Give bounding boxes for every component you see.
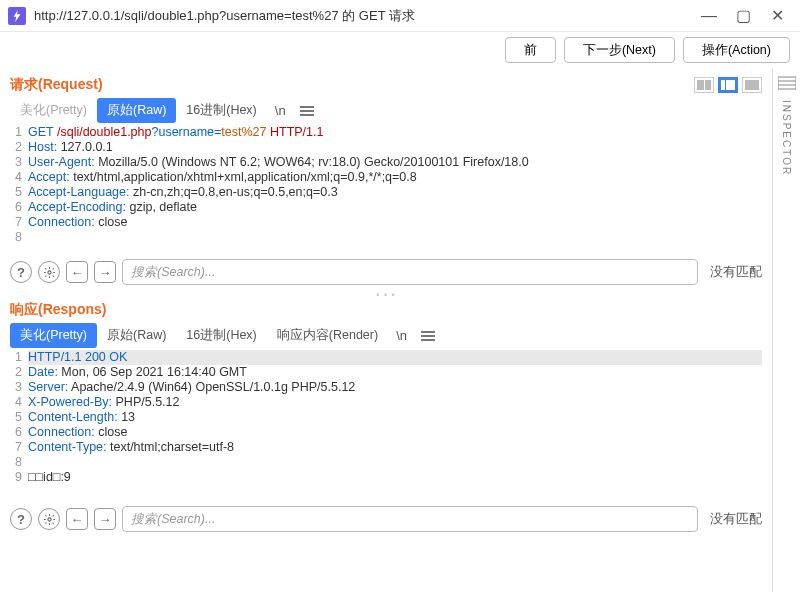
code-line: 2Date: Mon, 06 Sep 2021 16:14:40 GMT [10,365,762,380]
layout-columns-button[interactable] [694,77,714,93]
arrow-right-icon[interactable]: → [94,261,116,283]
request-search-input[interactable]: 搜索(Search)... [122,259,698,285]
arrow-left-icon[interactable]: ← [66,261,88,283]
request-section: 请求(Request) 美化(Pretty) 原始(Raw) 16进制(Hex)… [10,76,762,289]
code-line: 8 [10,230,762,245]
response-section: 响应(Respons) 美化(Pretty) 原始(Raw) 16进制(Hex)… [10,301,762,536]
main-toolbar: 前 下一步(Next) 操作(Action) [0,32,800,68]
svg-point-1 [47,517,50,520]
response-title: 响应(Respons) [10,301,106,319]
svg-point-0 [47,270,50,273]
tab-newline[interactable]: \n [388,324,415,347]
code-line: 5Content-Length: 13 [10,410,762,425]
tab-hex[interactable]: 16进制(Hex) [176,323,266,348]
code-line: 1GET /sqli/double1.php?username=test%27 … [10,125,762,140]
code-line: 1HTTP/1.1 200 OK [10,350,762,365]
arrow-left-icon[interactable]: ← [66,508,88,530]
code-line: 4Accept: text/html,application/xhtml+xml… [10,170,762,185]
code-line: 6Accept-Encoding: gzip, deflate [10,200,762,215]
response-no-match: 没有匹配 [704,511,762,528]
prev-button[interactable]: 前 [505,37,556,63]
code-line: 8 [10,455,762,470]
request-title: 请求(Request) [10,76,103,94]
response-footer: ? ← → 搜索(Search)... 没有匹配 [10,502,762,536]
code-line: 7Connection: close [10,215,762,230]
window-title: http://127.0.0.1/sqli/double1.php?userna… [34,7,702,25]
request-tabs: 美化(Pretty) 原始(Raw) 16进制(Hex) \n [10,98,762,123]
tab-pretty[interactable]: 美化(Pretty) [10,323,97,348]
gear-icon[interactable] [38,261,60,283]
response-menu-icon[interactable] [415,325,441,347]
code-line: 7Content-Type: text/html;charset=utf-8 [10,440,762,455]
request-menu-icon[interactable] [294,100,320,122]
gear-icon[interactable] [38,508,60,530]
inspector-sidebar[interactable]: INSPECTOR [772,68,800,592]
tab-newline[interactable]: \n [267,99,294,122]
code-line: 5Accept-Language: zh-cn,zh;q=0.8,en-us;q… [10,185,762,200]
layout-single-button[interactable] [742,77,762,93]
tab-pretty[interactable]: 美化(Pretty) [10,98,97,123]
code-line: 3User-Agent: Mozilla/5.0 (Windows NT 6.2… [10,155,762,170]
inspector-toggle-icon[interactable] [778,76,796,90]
maximize-button[interactable]: ▢ [736,9,750,23]
code-line: 3Server: Apache/2.4.9 (Win64) OpenSSL/1.… [10,380,762,395]
response-body[interactable]: 1HTTP/1.1 200 OK2Date: Mon, 06 Sep 2021 … [10,350,762,500]
action-button[interactable]: 操作(Action) [683,37,790,63]
layout-split-button[interactable] [718,77,738,93]
code-line: 6Connection: close [10,425,762,440]
layout-switcher [694,77,762,93]
app-icon [8,7,26,25]
response-search-input[interactable]: 搜索(Search)... [122,506,698,532]
help-icon[interactable]: ? [10,508,32,530]
split-handle[interactable]: • • • [10,289,762,301]
arrow-right-icon[interactable]: → [94,508,116,530]
tab-hex[interactable]: 16进制(Hex) [176,98,266,123]
help-icon[interactable]: ? [10,261,32,283]
close-button[interactable]: ✕ [770,9,784,23]
tab-raw[interactable]: 原始(Raw) [97,98,176,123]
code-line: 9□□id□:9 [10,470,762,485]
minimize-button[interactable]: — [702,9,716,23]
svg-rect-2 [778,77,796,89]
request-no-match: 没有匹配 [704,264,762,281]
request-footer: ? ← → 搜索(Search)... 没有匹配 [10,255,762,289]
inspector-label: INSPECTOR [781,100,792,176]
tab-raw[interactable]: 原始(Raw) [97,323,176,348]
title-bar: http://127.0.0.1/sqli/double1.php?userna… [0,0,800,32]
response-tabs: 美化(Pretty) 原始(Raw) 16进制(Hex) 响应内容(Render… [10,323,762,348]
code-line: 2Host: 127.0.0.1 [10,140,762,155]
window-controls: — ▢ ✕ [702,9,784,23]
next-button[interactable]: 下一步(Next) [564,37,675,63]
code-line: 4X-Powered-By: PHP/5.5.12 [10,395,762,410]
tab-render[interactable]: 响应内容(Render) [267,323,388,348]
request-body[interactable]: 1GET /sqli/double1.php?username=test%27 … [10,125,762,253]
